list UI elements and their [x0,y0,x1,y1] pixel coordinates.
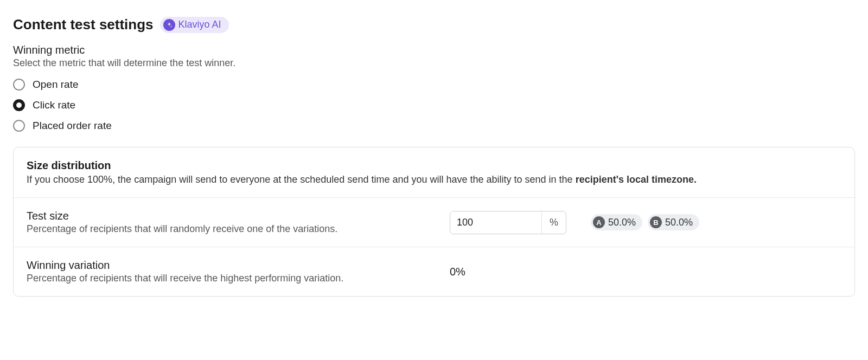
size-distribution-desc-text: If you choose 100%, the campaign will se… [27,174,576,185]
radio-label: Placed order rate [33,120,112,132]
size-distribution-description: If you choose 100%, the campaign will se… [27,174,841,185]
winning-metric-description: Select the metric that will determine th… [13,57,855,69]
variant-b-letter: B [650,216,662,228]
winning-variation-label: Winning variation [27,259,428,272]
radio-placed-order-rate[interactable]: Placed order rate [13,120,855,132]
test-size-description: Percentage of recipients that will rando… [27,223,428,235]
test-size-label: Test size [27,210,428,222]
radio-icon [13,120,25,132]
variant-a-letter: A [593,216,605,228]
radio-icon [13,79,25,91]
percent-suffix: % [541,211,566,234]
variant-b-pill: B 50.0% [648,214,699,230]
winning-variation-description: Percentage of recipients that will recei… [27,273,428,284]
size-distribution-title: Size distribution [27,159,841,172]
variant-b-percent: 50.0% [665,217,693,228]
klaviyo-ai-label: Klaviyo AI [178,19,221,30]
variant-a-percent: 50.0% [608,217,636,228]
radio-label: Click rate [33,99,75,111]
sparkle-icon [163,19,175,31]
winning-metric-label: Winning metric [13,44,855,56]
radio-icon [13,99,25,111]
test-size-input-group: % [450,211,566,234]
radio-label: Open rate [33,79,79,91]
test-size-input[interactable] [450,211,541,234]
variant-a-pill: A 50.0% [591,214,642,230]
size-distribution-desc-bold: recipient's local timezone. [576,174,697,185]
winning-metric-radio-group: Open rate Click rate Placed order rate [13,79,855,132]
page-title: Content test settings [13,16,154,33]
klaviyo-ai-badge[interactable]: Klaviyo AI [160,17,229,33]
radio-open-rate[interactable]: Open rate [13,79,855,91]
size-distribution-card: Size distribution If you choose 100%, th… [13,147,855,297]
radio-click-rate[interactable]: Click rate [13,99,855,111]
winning-variation-value: 0% [450,266,569,278]
